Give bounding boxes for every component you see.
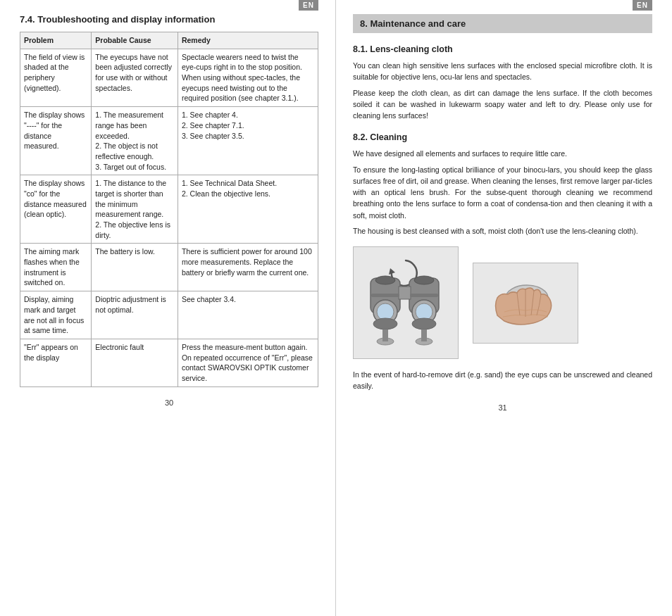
svg-point-9 — [412, 318, 436, 329]
page-number-left: 30 — [20, 398, 318, 407]
cleaning-image-right — [473, 263, 578, 344]
table-row: The display shows "----" for the distanc… — [20, 107, 318, 175]
cell-problem: The display shows "----" for the distanc… — [20, 107, 92, 175]
cell-cause: The eyecups have not been adjusted corre… — [92, 49, 178, 106]
en-badge-left: EN — [299, 0, 318, 11]
table-row: The field of view is shaded at the perip… — [20, 49, 318, 106]
en-badge-right: EN — [633, 0, 652, 11]
body-paragraph: Please keep the cloth clean, as dirt can… — [353, 87, 652, 122]
svg-rect-12 — [371, 294, 399, 297]
col-header-cause: Probable Cause — [92, 32, 178, 49]
svg-rect-13 — [410, 294, 438, 297]
page-right: EN 8. Maintenance and care 8.1. Lens-cle… — [336, 0, 672, 616]
subsection-title-1: 8.2. Cleaning — [353, 132, 652, 142]
troubleshooting-table: Problem Probable Cause Remedy The field … — [20, 32, 318, 387]
cell-cause: 1. The distance to the target is shorter… — [92, 175, 178, 244]
cell-problem: "Err" appears on the display — [20, 339, 92, 386]
subsection-body-0: You can clean high sensitive lens surfac… — [353, 60, 652, 121]
body-paragraph: We have designed all elements and surfac… — [353, 148, 652, 159]
section-title-troubleshooting: 7.4. Troubleshooting and display informa… — [20, 14, 318, 25]
footer-text: In the event of hard-to-remove dirt (e.g… — [353, 369, 652, 392]
subsection-body-1: We have designed all elements and surfac… — [353, 148, 652, 237]
cell-remedy: Press the measure-ment button again. On … — [178, 339, 318, 386]
cell-remedy: There is sufficient power for around 100… — [178, 244, 318, 291]
page-number-right: 31 — [353, 403, 652, 412]
col-header-remedy: Remedy — [178, 32, 318, 49]
cell-cause: The battery is low. — [92, 244, 178, 291]
body-paragraph: To ensure the long-lasting optical brill… — [353, 164, 652, 221]
body-paragraph: The housing is best cleansed with a soft… — [353, 225, 652, 237]
svg-point-7 — [416, 303, 433, 320]
cell-remedy: 1. See Technical Data Sheet.2. Clean the… — [178, 175, 318, 244]
cell-problem: The aiming mark flashes when the instrum… — [20, 244, 92, 291]
cleaning-image-left — [353, 246, 459, 359]
page-left: EN 7.4. Troubleshooting and display info… — [0, 0, 336, 616]
cell-cause: Dioptric adjustment is not optimal. — [92, 291, 178, 339]
cell-problem: The field of view is shaded at the perip… — [20, 49, 92, 106]
svg-rect-3 — [399, 287, 411, 299]
cell-remedy: Spectacle wearers need to twist the eye-… — [178, 49, 318, 106]
svg-point-10 — [375, 276, 395, 284]
cell-remedy: See chapter 3.4. — [178, 291, 318, 339]
table-row: The display shows "co" for the distance … — [20, 175, 318, 244]
svg-point-8 — [373, 318, 397, 329]
cell-problem: The display shows "co" for the distance … — [20, 175, 92, 244]
cleaning-images-row — [353, 246, 652, 359]
table-row: Display, aiming mark and target are not … — [20, 291, 318, 339]
svg-point-5 — [377, 303, 394, 320]
table-row: The aiming mark flashes when the instrum… — [20, 244, 318, 291]
cell-problem: Display, aiming mark and target are not … — [20, 291, 92, 339]
subsection-title-0: 8.1. Lens-cleaning cloth — [353, 44, 652, 54]
cell-remedy: 1. See chapter 4.2. See chapter 7.1.3. S… — [178, 107, 318, 175]
cell-cause: Electronic fault — [92, 339, 178, 386]
body-paragraph: You can clean high sensitive lens surfac… — [353, 60, 652, 83]
table-row: "Err" appears on the displayElectronic f… — [20, 339, 318, 386]
svg-point-11 — [414, 276, 434, 284]
col-header-problem: Problem — [20, 32, 92, 49]
maintenance-section-header: 8. Maintenance and care — [353, 14, 652, 33]
cell-cause: 1. The measurement range has been exceed… — [92, 107, 178, 175]
